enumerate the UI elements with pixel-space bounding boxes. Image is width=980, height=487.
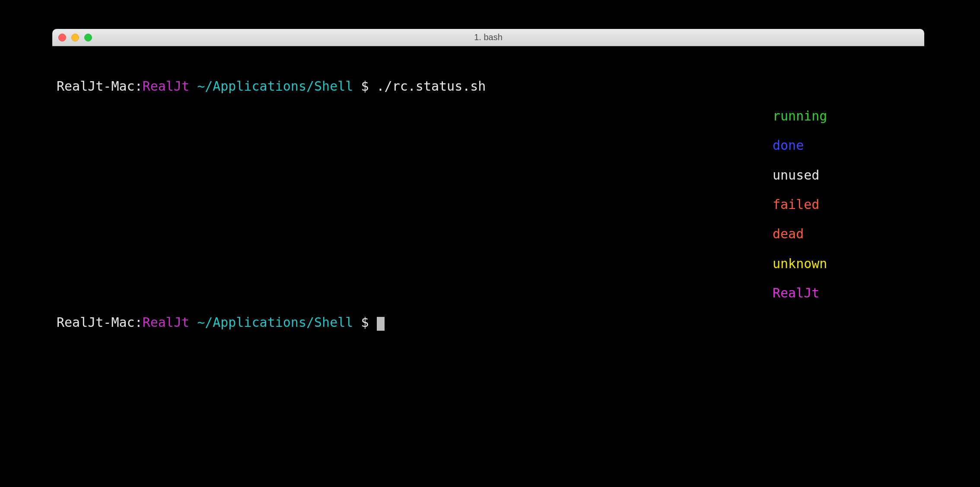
prompt-path: ~/Applications/Shell (197, 315, 353, 330)
prompt-user: RealJt (143, 315, 189, 330)
status-unused: unused (773, 168, 819, 183)
close-button[interactable] (58, 34, 66, 41)
status-dead: dead (773, 226, 804, 241)
prompt-dollar: $ (361, 79, 369, 94)
command-text: ./rc.status.sh (377, 79, 486, 94)
terminal-body[interactable]: RealJt-Mac:RealJt ~/Applications/Shell $… (52, 46, 924, 363)
titlebar[interactable]: 1. bash (52, 29, 924, 46)
maximize-button[interactable] (84, 34, 92, 41)
prompt-line-1: RealJt-Mac:RealJt ~/Applications/Shell $… (57, 79, 920, 94)
prompt-colon: : (135, 79, 143, 94)
status-unknown: unknown (773, 256, 827, 271)
status-line: done (57, 138, 920, 153)
status-failed: failed (773, 197, 819, 212)
prompt-dollar: $ (361, 315, 369, 330)
prompt-host: RealJt-Mac (57, 315, 135, 330)
status-line: running (57, 109, 920, 123)
status-done: done (773, 138, 804, 153)
terminal-window: 1. bash RealJt-Mac:RealJt ~/Applications… (52, 29, 924, 469)
status-line: unused (57, 168, 920, 183)
status-line: failed (57, 197, 920, 212)
status-line: dead (57, 227, 920, 241)
window-title: 1. bash (52, 32, 924, 42)
prompt-colon: : (135, 315, 143, 330)
status-running: running (773, 108, 827, 123)
prompt-host: RealJt-Mac (57, 79, 135, 94)
status-line: unknown (57, 256, 920, 271)
traffic-lights (52, 34, 92, 41)
status-realjt: RealJt (773, 285, 819, 300)
cursor (377, 317, 385, 331)
minimize-button[interactable] (71, 34, 79, 41)
prompt-user: RealJt (143, 79, 189, 94)
status-line: RealJt (57, 286, 920, 300)
prompt-path: ~/Applications/Shell (197, 79, 353, 94)
prompt-line-2: RealJt-Mac:RealJt ~/Applications/Shell $ (57, 315, 920, 330)
